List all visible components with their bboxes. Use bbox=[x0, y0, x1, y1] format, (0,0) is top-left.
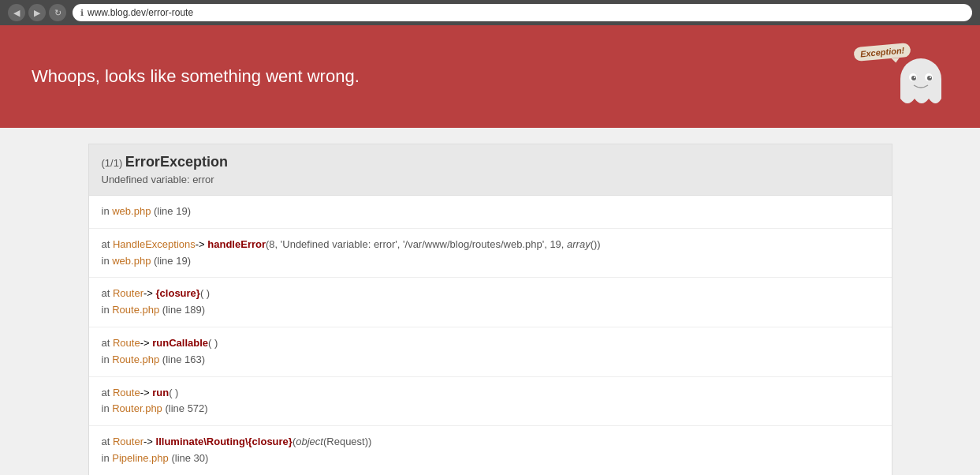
exception-header: (1/1) ErrorException Undefined variable:… bbox=[89, 144, 892, 196]
args2: (Request)) bbox=[323, 436, 371, 447]
method-name: run bbox=[152, 387, 169, 398]
line-info: (line 19) bbox=[151, 255, 191, 267]
stack-item: in web.php (line 19) bbox=[89, 196, 892, 229]
exception-type: ErrorException bbox=[125, 154, 228, 170]
class-name: HandleExceptions bbox=[113, 238, 196, 250]
url-text: www.blog.dev/error-route bbox=[88, 7, 193, 18]
keyword-italic: object bbox=[296, 436, 323, 447]
exception-counter: (1/1) bbox=[102, 157, 123, 169]
line-info: (line 163) bbox=[159, 353, 205, 365]
svg-point-6 bbox=[914, 77, 915, 78]
at-prefix: at bbox=[102, 337, 113, 349]
args: ( ) bbox=[208, 337, 218, 349]
svg-point-5 bbox=[927, 76, 932, 80]
ghost-mascot: Exception! bbox=[854, 45, 948, 108]
class-name: Router bbox=[113, 287, 143, 299]
in-prefix: in bbox=[102, 205, 113, 217]
forward-button[interactable]: ▶ bbox=[28, 4, 46, 21]
line-info: (line 189) bbox=[159, 304, 205, 316]
method-name: Illuminate\Routing\{closure} bbox=[156, 436, 293, 447]
method-name: handleError bbox=[207, 238, 266, 250]
line-info: (line 30) bbox=[169, 452, 209, 464]
main-content: (1/1) ErrorException Undefined variable:… bbox=[0, 128, 980, 475]
error-banner: Whoops, looks like something went wrong.… bbox=[0, 25, 980, 128]
in-prefix: in bbox=[102, 402, 113, 414]
stack-item: at Route-> runCallable( ) in Route.php (… bbox=[89, 327, 892, 377]
args: ( ) bbox=[169, 387, 178, 398]
file-name: Route.php bbox=[112, 304, 159, 316]
args: (8, 'Undefined variable: error', '/var/w… bbox=[266, 238, 601, 250]
arrow: -> bbox=[143, 436, 156, 447]
arrow: -> bbox=[143, 287, 156, 299]
file-name: Router.php bbox=[112, 402, 162, 414]
args: ( ) bbox=[200, 287, 210, 299]
in-prefix: in bbox=[102, 304, 113, 316]
stack-item: at Route-> run( ) in Router.php (line 57… bbox=[89, 377, 892, 427]
svg-point-7 bbox=[930, 77, 931, 78]
address-bar[interactable]: ℹ www.blog.dev/error-route bbox=[73, 4, 972, 21]
error-banner-text: Whoops, looks like something went wrong. bbox=[32, 66, 360, 87]
method-name: runCallable bbox=[152, 337, 208, 349]
stack-item: at Router-> Illuminate\Routing\{closure}… bbox=[89, 426, 892, 475]
arrow: -> bbox=[140, 387, 153, 398]
at-prefix: at bbox=[102, 287, 113, 299]
file-name: Route.php bbox=[112, 353, 159, 365]
exception-card: (1/1) ErrorException Undefined variable:… bbox=[88, 144, 892, 475]
exception-message: Undefined variable: error bbox=[102, 174, 879, 185]
method-name: {closure} bbox=[156, 287, 200, 299]
line-info: (line 19) bbox=[151, 205, 191, 217]
stack-item: at Router-> {closure}( ) in Route.php (l… bbox=[89, 278, 892, 327]
line-info: (line 572) bbox=[162, 402, 208, 414]
back-button[interactable]: ◀ bbox=[8, 4, 25, 21]
file-name: web.php bbox=[112, 205, 151, 217]
ghost-svg bbox=[893, 57, 948, 108]
nav-buttons: ◀ ▶ ↻ bbox=[8, 4, 66, 21]
at-prefix: at bbox=[102, 436, 113, 447]
class-name: Route bbox=[113, 387, 140, 398]
arrow: -> bbox=[196, 238, 208, 250]
arrow: -> bbox=[140, 337, 153, 349]
browser-chrome: ◀ ▶ ↻ ℹ www.blog.dev/error-route bbox=[0, 0, 980, 25]
secure-icon: ℹ bbox=[80, 8, 84, 18]
file-name: web.php bbox=[112, 255, 151, 267]
in-prefix: in bbox=[102, 255, 113, 267]
reload-button[interactable]: ↻ bbox=[49, 4, 66, 21]
ghost-body bbox=[893, 57, 948, 108]
in-prefix: in bbox=[102, 452, 113, 464]
class-name: Route bbox=[113, 337, 140, 349]
class-name: Router bbox=[113, 436, 143, 447]
at-prefix: at bbox=[102, 238, 113, 250]
file-name: Pipeline.php bbox=[112, 452, 169, 464]
svg-point-4 bbox=[911, 76, 916, 80]
stack-item: at HandleExceptions-> handleError(8, 'Un… bbox=[89, 229, 892, 279]
at-prefix: at bbox=[102, 387, 113, 398]
in-prefix: in bbox=[102, 353, 113, 365]
